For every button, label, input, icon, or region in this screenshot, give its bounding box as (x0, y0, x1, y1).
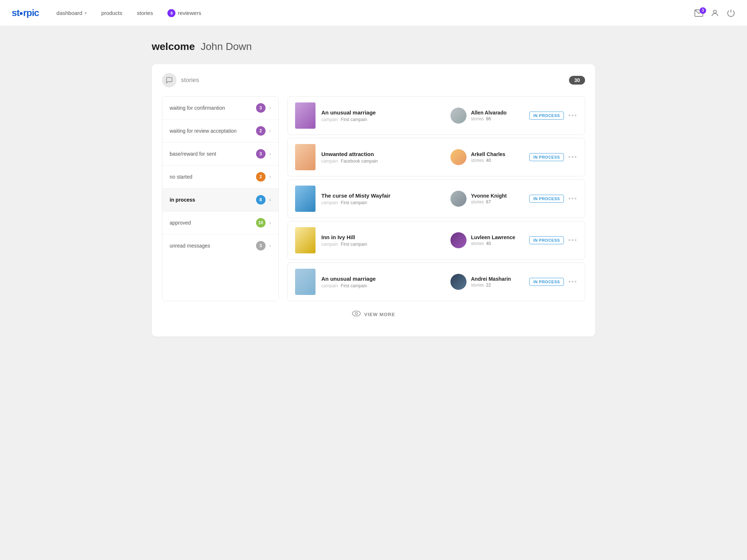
story-info: Unwanted attraction campain Facebook cam… (321, 151, 445, 164)
reviewer-avatar (450, 232, 467, 248)
sidebar-item-3[interactable]: no started 2 › (162, 166, 278, 188)
reviewer-details: Allen Alvarado stories86 (471, 110, 523, 121)
logo[interactable]: strpic (12, 7, 39, 19)
stories-count-badge: 30 (569, 76, 585, 85)
reviewer-details: Yvonne Knight stories67 (471, 193, 523, 205)
story-title: An unusual marriage (321, 276, 445, 282)
welcome-name: John Down (201, 41, 252, 52)
sidebar-item-0[interactable]: waiting for confirmantion 3 › (162, 97, 278, 120)
status-badge: IN PROCESS (529, 153, 564, 161)
chevron-right-icon: › (269, 219, 271, 226)
reviewer-details: Arkell Charles stories40 (471, 151, 523, 163)
story-cover (295, 269, 316, 295)
view-icon (352, 310, 361, 319)
story-title: The curse of Misty Wayfair (321, 192, 445, 199)
sidebar-item-count: 10 (256, 218, 266, 228)
svg-point-3 (355, 312, 357, 315)
status-badge: IN PROCESS (529, 236, 564, 244)
welcome-section: welcome John Down (152, 41, 595, 52)
reviewer-details: Andrei Masharin stories22 (471, 276, 523, 288)
story-info: The curse of Misty Wayfair campain First… (321, 192, 445, 205)
more-options-button[interactable]: ••• (568, 153, 577, 161)
view-more-section[interactable]: VIEW MORE (162, 301, 585, 328)
story-title: Unwanted attraction (321, 151, 445, 157)
reviewer-avatar (450, 191, 467, 207)
sidebar-item-2[interactable]: base/reward for sent 3 › (162, 143, 278, 166)
story-list: An unusual marriage campain First campai… (287, 96, 585, 301)
reviewer-name: Luvleen Lawrence (471, 234, 523, 240)
stories-panel: stories 30 waiting for confirmantion 3 ›… (152, 64, 595, 337)
chevron-right-icon: › (269, 174, 271, 180)
story-status: IN PROCESS ••• (529, 195, 577, 203)
nav-actions: 3 (694, 9, 735, 18)
status-badge: IN PROCESS (529, 195, 564, 203)
chat-icon (162, 73, 177, 88)
reviewer-name: Yvonne Knight (471, 193, 523, 199)
story-cover (295, 144, 316, 170)
story-card: Inn in Ivy Hill campain First campain Lu… (287, 221, 585, 260)
stories-header: stories 30 (162, 73, 585, 88)
story-info: Inn in Ivy Hill campain First campain (321, 234, 445, 247)
reviewer-stories: stories22 (471, 283, 523, 288)
reviewer-details: Luvleen Lawrence stories40 (471, 234, 523, 246)
reviewer-info: Allen Alvarado stories86 (450, 108, 523, 124)
sidebar-item-6[interactable]: unread messages 3 › (162, 234, 278, 257)
stories-section-title: stories (181, 77, 199, 84)
chevron-down-icon: ▾ (85, 11, 87, 16)
user-avatar-button[interactable] (711, 9, 719, 18)
nav-products[interactable]: products (101, 10, 123, 16)
reviewer-info: Andrei Masharin stories22 (450, 274, 523, 290)
story-card: An unusual marriage campain First campai… (287, 262, 585, 301)
more-options-button[interactable]: ••• (568, 278, 577, 286)
sidebar-item-1[interactable]: waiting for review acceptation 2 › (162, 120, 278, 143)
reviewer-info: Arkell Charles stories40 (450, 149, 523, 165)
story-status: IN PROCESS ••• (529, 153, 577, 161)
sidebar-item-label: no started (170, 174, 192, 180)
story-meta: campain First campain (321, 283, 445, 288)
sidebar-item-count: 3 (256, 103, 266, 113)
story-status: IN PROCESS ••• (529, 236, 577, 244)
svg-point-2 (352, 311, 360, 316)
sidebar-item-count: 2 (256, 172, 266, 182)
story-card: Unwanted attraction campain Facebook cam… (287, 138, 585, 176)
story-title: Inn in Ivy Hill (321, 234, 445, 240)
mail-button[interactable]: 3 (694, 9, 703, 17)
reviewers-badge: 8 (167, 9, 175, 17)
nav-stories[interactable]: stories (137, 10, 153, 16)
chevron-right-icon: › (269, 105, 271, 111)
more-options-button[interactable]: ••• (568, 195, 577, 203)
more-options-button[interactable]: ••• (568, 112, 577, 120)
welcome-label: welcome (152, 41, 195, 52)
nav-dashboard[interactable]: dashboard ▾ (57, 10, 87, 16)
story-meta: campain Facebook campain (321, 159, 445, 164)
sidebar-item-count: 2 (256, 126, 266, 136)
reviewer-avatar (450, 149, 467, 165)
sidebar-item-4[interactable]: in process 8 › (162, 188, 278, 211)
story-status: IN PROCESS ••• (529, 112, 577, 120)
nav-links: dashboard ▾ products stories 8 reviewers (57, 9, 694, 17)
status-badge: IN PROCESS (529, 278, 564, 286)
power-button[interactable] (727, 9, 735, 18)
sidebar-item-label: waiting for confirmantion (170, 105, 225, 111)
story-card: An unusual marriage campain First campai… (287, 96, 585, 135)
sidebar-item-label: waiting for review acceptation (170, 128, 237, 134)
mail-badge: 3 (700, 7, 706, 14)
more-options-button[interactable]: ••• (568, 237, 577, 244)
sidebar-item-5[interactable]: approved 10 › (162, 211, 278, 234)
reviewer-stories: stories86 (471, 116, 523, 121)
story-title: An unusual marriage (321, 109, 445, 116)
reviewer-avatar (450, 274, 467, 290)
chevron-right-icon: › (269, 242, 271, 249)
main-page: welcome John Down stories 30 waiting for… (140, 26, 607, 351)
nav-reviewers[interactable]: 8 reviewers (167, 9, 201, 17)
story-info: An unusual marriage campain First campai… (321, 109, 445, 122)
story-cover (295, 227, 316, 253)
status-badge: IN PROCESS (529, 112, 564, 120)
sidebar-item-count: 3 (256, 149, 266, 159)
sidebar-filter-list: waiting for confirmantion 3 › waiting fo… (162, 96, 279, 301)
view-more-label: VIEW MORE (364, 312, 395, 317)
two-col-layout: waiting for confirmantion 3 › waiting fo… (162, 96, 585, 301)
sidebar-item-label: unread messages (170, 243, 210, 249)
sidebar-item-label: approved (170, 220, 191, 226)
reviewer-name: Allen Alvarado (471, 110, 523, 116)
